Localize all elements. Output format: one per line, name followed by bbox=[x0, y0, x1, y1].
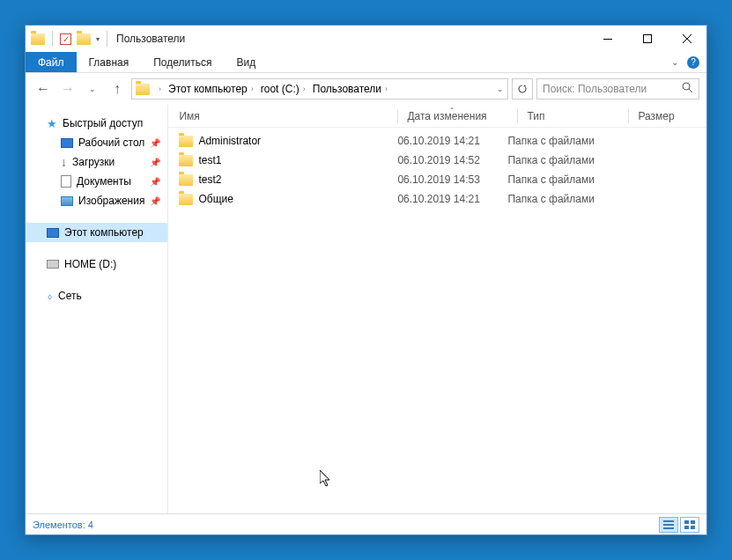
sort-indicator-icon: ˄ bbox=[450, 107, 454, 114]
svg-rect-0 bbox=[603, 39, 612, 40]
sidebar: ★ Быстрый доступ Рабочий стол 📌 ↓ Загруз… bbox=[26, 105, 168, 513]
recent-dropdown[interactable]: ⌄ bbox=[82, 78, 103, 99]
sidebar-item-downloads[interactable]: ↓ Загрузки 📌 bbox=[26, 152, 167, 172]
svg-rect-8 bbox=[684, 526, 689, 529]
close-button[interactable] bbox=[667, 26, 706, 52]
folder-icon bbox=[179, 136, 193, 147]
pin-icon: 📌 bbox=[150, 138, 160, 148]
folder-icon bbox=[179, 155, 193, 166]
refresh-button[interactable] bbox=[512, 78, 533, 99]
crumb-users[interactable]: Пользователи› bbox=[311, 83, 393, 95]
qat-separator bbox=[107, 31, 107, 47]
help-icon[interactable]: ? bbox=[687, 56, 699, 69]
forward-button[interactable]: → bbox=[57, 78, 78, 99]
svg-rect-1 bbox=[643, 35, 651, 43]
explorer-window: ✓ ▾ Пользователи Файл Главная Поделиться… bbox=[25, 25, 707, 535]
statusbar: Элементов: 4 bbox=[26, 513, 706, 534]
window-controls bbox=[588, 26, 706, 52]
crumb-root-chev[interactable]: › bbox=[153, 85, 166, 93]
sidebar-item-label: Документы bbox=[77, 175, 131, 188]
address-dropdown-icon[interactable]: ⌄ bbox=[497, 85, 504, 93]
search-placeholder: Поиск: Пользователи bbox=[543, 83, 647, 95]
crumb-thispc[interactable]: Этот компьютер› bbox=[166, 83, 259, 95]
status-text: Элементов: 4 bbox=[33, 519, 93, 530]
qat-dropdown-icon[interactable]: ▾ bbox=[96, 35, 100, 43]
svg-rect-4 bbox=[663, 524, 674, 526]
computer-icon bbox=[47, 228, 59, 238]
ribbon-right: ⌄ ? bbox=[671, 52, 706, 72]
search-box[interactable]: Поиск: Пользователи bbox=[536, 78, 699, 99]
window-title: Пользователи bbox=[116, 33, 185, 45]
desktop-icon bbox=[61, 138, 73, 148]
view-switcher bbox=[659, 517, 699, 533]
search-icon[interactable] bbox=[682, 82, 693, 96]
folder-icon bbox=[179, 194, 193, 205]
back-button[interactable]: ← bbox=[33, 78, 54, 99]
icons-view-button[interactable] bbox=[680, 517, 699, 533]
maximize-button[interactable] bbox=[627, 26, 667, 52]
tab-share[interactable]: Поделиться bbox=[141, 52, 224, 72]
sidebar-item-label: Этот компьютер bbox=[64, 226, 144, 239]
pin-icon: 📌 bbox=[150, 177, 160, 187]
pin-icon: 📌 bbox=[150, 158, 160, 167]
col-size[interactable]: Размер bbox=[638, 110, 706, 122]
file-list: Administrator 06.10.2019 14:21 Папка с ф… bbox=[168, 128, 706, 513]
file-tab[interactable]: Файл bbox=[26, 52, 77, 72]
sidebar-item-label: Рабочий стол bbox=[78, 136, 144, 149]
sidebar-item-drive[interactable]: HOME (D:) bbox=[26, 254, 167, 274]
svg-rect-7 bbox=[691, 520, 695, 524]
svg-rect-9 bbox=[691, 526, 695, 529]
body: ★ Быстрый доступ Рабочий стол 📌 ↓ Загруз… bbox=[26, 105, 706, 513]
properties-icon[interactable]: ✓ bbox=[60, 33, 71, 45]
sidebar-item-label: Изображения bbox=[78, 195, 144, 207]
sidebar-item-desktop[interactable]: Рабочий стол 📌 bbox=[26, 133, 167, 152]
navbar: ← → ⌄ ↑ › Этот компьютер› root (C:)› Пол… bbox=[26, 73, 706, 105]
folder-icon bbox=[179, 174, 193, 186]
quick-access-toolbar: ✓ ▾ bbox=[31, 31, 109, 47]
address-bar[interactable]: › Этот компьютер› root (C:)› Пользовател… bbox=[131, 78, 508, 99]
sidebar-item-label: HOME (D:) bbox=[64, 258, 116, 270]
ribbon: Файл Главная Поделиться Вид ⌄ ? bbox=[26, 52, 706, 73]
svg-rect-3 bbox=[663, 520, 674, 522]
minimize-button[interactable] bbox=[588, 26, 627, 52]
col-type[interactable]: Тип bbox=[527, 110, 628, 122]
titlebar: ✓ ▾ Пользователи bbox=[26, 26, 706, 52]
qat-separator bbox=[52, 31, 53, 47]
tab-view[interactable]: Вид bbox=[224, 52, 268, 72]
svg-point-2 bbox=[683, 83, 690, 90]
svg-rect-5 bbox=[663, 527, 674, 529]
table-row[interactable]: test1 06.10.2019 14:52 Папка с файлами bbox=[168, 151, 706, 170]
network-icon: ⬨ bbox=[47, 290, 53, 302]
sidebar-item-thispc[interactable]: Этот компьютер bbox=[26, 223, 167, 242]
sidebar-item-label: Сеть bbox=[58, 290, 82, 302]
column-headers: Имя ˄ Дата изменения Тип Размер bbox=[168, 105, 706, 128]
pin-icon: 📌 bbox=[150, 196, 160, 206]
sidebar-quick-access[interactable]: ★ Быстрый доступ bbox=[26, 114, 167, 133]
drive-icon bbox=[47, 260, 59, 269]
download-icon: ↓ bbox=[61, 155, 67, 169]
sidebar-item-documents[interactable]: Документы 📌 bbox=[26, 172, 167, 191]
new-folder-icon[interactable] bbox=[77, 33, 91, 45]
app-icon bbox=[31, 33, 45, 45]
star-icon: ★ bbox=[47, 117, 57, 130]
address-icon bbox=[136, 84, 150, 95]
ribbon-expand-icon[interactable]: ⌄ bbox=[671, 57, 678, 67]
image-icon bbox=[61, 196, 73, 206]
col-date[interactable]: Дата изменения bbox=[407, 110, 517, 122]
table-row[interactable]: Общие 06.10.2019 14:21 Папка с файлами bbox=[168, 189, 706, 209]
sidebar-item-pictures[interactable]: Изображения 📌 bbox=[26, 191, 167, 210]
table-row[interactable]: test2 06.10.2019 14:53 Папка с файлами bbox=[168, 170, 706, 189]
table-row[interactable]: Administrator 06.10.2019 14:21 Папка с ф… bbox=[168, 131, 706, 151]
document-icon bbox=[61, 175, 71, 188]
sidebar-item-label: Загрузки bbox=[72, 156, 115, 168]
col-name[interactable]: Имя bbox=[179, 110, 397, 122]
up-button[interactable]: ↑ bbox=[107, 78, 128, 99]
tab-home[interactable]: Главная bbox=[77, 52, 142, 72]
sidebar-item-network[interactable]: ⬨ Сеть bbox=[26, 286, 167, 306]
details-view-button[interactable] bbox=[659, 517, 678, 533]
crumb-drive[interactable]: root (C:)› bbox=[259, 83, 311, 95]
sidebar-item-label: Быстрый доступ bbox=[63, 117, 143, 129]
svg-rect-6 bbox=[684, 520, 689, 524]
content-pane: Имя ˄ Дата изменения Тип Размер Administ… bbox=[168, 105, 706, 513]
